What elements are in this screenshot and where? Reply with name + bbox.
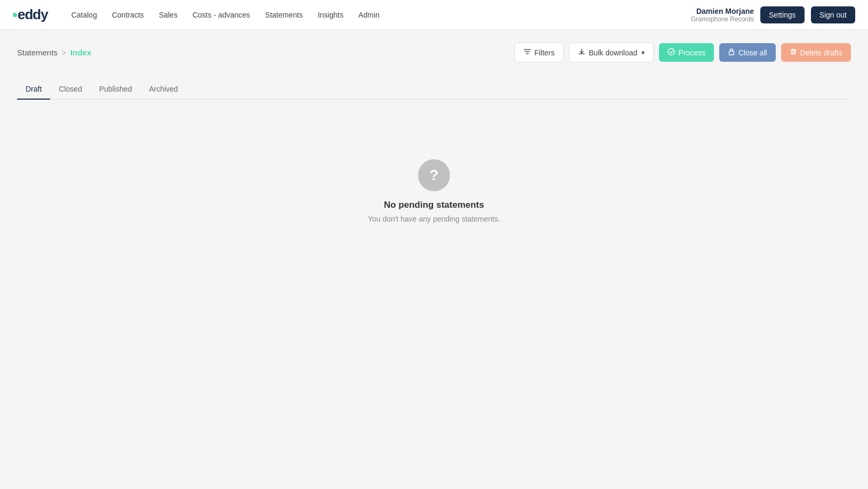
settings-button[interactable]: Settings [760,6,805,23]
chevron-down-icon: ▾ [641,49,645,56]
close-all-label: Close all [738,48,767,57]
process-button[interactable]: Process [659,43,714,62]
filters-label: Filters [534,48,554,57]
nav-costs-advances[interactable]: Costs - advances [186,6,256,23]
trash-icon [790,48,797,57]
empty-subtitle: You don't have any pending statements. [368,215,500,223]
navbar-left: eddy Catalog Contracts Sales Costs - adv… [13,6,386,23]
breadcrumb-separator: > [62,48,66,57]
delete-drafts-button[interactable]: Delete drafts [781,43,851,62]
question-mark-icon: ? [429,167,438,184]
lock-icon [728,48,735,57]
nav-contracts[interactable]: Contracts [106,6,150,23]
page-container: Statements > Index Filters [0,30,868,279]
breadcrumb-current: Index [70,48,91,57]
bulk-download-button[interactable]: Bulk download ▾ [569,43,654,62]
user-info: Damien Morjane Gramophone Records [691,7,754,23]
filter-icon [524,48,531,57]
filters-button[interactable]: Filters [515,43,564,62]
nav-links: Catalog Contracts Sales Costs - advances… [65,6,386,23]
empty-title: No pending statements [384,200,484,210]
nav-sales[interactable]: Sales [152,6,184,23]
nav-catalog[interactable]: Catalog [65,6,103,23]
signout-button[interactable]: Sign out [811,6,855,23]
tab-published[interactable]: Published [91,79,141,100]
logo[interactable]: eddy [13,6,48,23]
download-icon [578,48,585,57]
nav-statements[interactable]: Statements [259,6,309,23]
bulk-download-label: Bulk download [589,48,637,57]
logo-dot [13,13,17,17]
logo-text: eddy [18,6,48,23]
action-buttons: Filters Bulk download ▾ [515,43,851,62]
tabs: Draft Closed Published Archived [17,79,851,100]
navbar: eddy Catalog Contracts Sales Costs - adv… [0,0,868,30]
nav-admin[interactable]: Admin [352,6,386,23]
breadcrumb: Statements > Index [17,48,91,57]
user-name: Damien Morjane [691,7,754,15]
empty-icon: ? [418,159,450,191]
navbar-right: Damien Morjane Gramophone Records Settin… [691,6,855,23]
close-all-button[interactable]: Close all [719,43,776,62]
delete-drafts-label: Delete drafts [800,48,842,57]
svg-rect-3 [729,51,734,55]
nav-insights[interactable]: Insights [311,6,350,23]
tab-archived[interactable]: Archived [140,79,186,100]
page-header: Statements > Index Filters [17,43,851,62]
tab-draft[interactable]: Draft [17,79,50,100]
process-label: Process [678,48,705,57]
breadcrumb-parent[interactable]: Statements [17,48,58,57]
process-icon [668,48,675,57]
empty-state: ? No pending statements You don't have a… [17,117,851,266]
user-company: Gramophone Records [691,15,754,23]
tab-closed[interactable]: Closed [50,79,91,100]
